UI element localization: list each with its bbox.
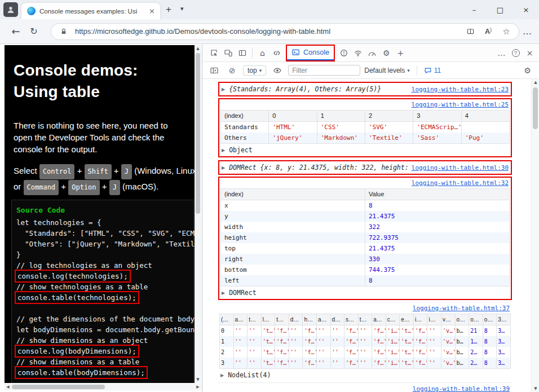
chat-bubble-icon (424, 67, 432, 74)
column-header[interactable]: o… (469, 314, 483, 325)
console-scrollbar[interactable]: ▲ ▼ (531, 79, 539, 392)
column-header[interactable]: o… (455, 314, 469, 325)
live-expression-eye-icon[interactable] (270, 63, 284, 78)
performance-icon[interactable] (365, 46, 379, 60)
messages-count-badge[interactable]: 11 (424, 67, 441, 74)
value-cell: '' (248, 358, 262, 369)
column-header[interactable]: 3 (413, 111, 461, 122)
column-header[interactable]: Value (365, 189, 510, 200)
log-levels-dropdown[interactable]: Default levels ▾ (364, 67, 410, 74)
scroll-up-icon[interactable]: ▲ (195, 45, 201, 52)
column-header[interactable]: v… (441, 314, 456, 325)
column-header[interactable]: a… (316, 314, 330, 325)
column-header[interactable]: l… (261, 314, 275, 325)
expand-caret-icon[interactable]: ▶ (222, 290, 225, 296)
column-header[interactable]: (index) (221, 189, 365, 200)
page-horizontal-scrollbar[interactable]: ◀ ▶ (5, 384, 201, 390)
clear-console-icon[interactable]: ⊘ (225, 63, 239, 78)
close-window-button[interactable]: × (513, 0, 539, 19)
column-header[interactable]: 1 (317, 111, 365, 122)
scroll-up-icon[interactable]: ▲ (532, 79, 539, 86)
url-text[interactable]: https://microsoftedge.github.io/Demos/de… (75, 27, 459, 36)
value-cell: 'f…' (344, 336, 359, 347)
sc rollbar-thumb[interactable] (196, 53, 200, 214)
column-header[interactable]: 3… (497, 314, 511, 325)
key-j: J (121, 164, 132, 179)
console-settings-gear-icon[interactable]: ⚙ (520, 63, 534, 78)
source-link[interactable]: logging-with-table.html:32 (412, 179, 509, 187)
tab-list-chevron-icon[interactable]: ▾ (180, 5, 184, 12)
maximize-button[interactable]: □ (487, 0, 513, 19)
elements-icon[interactable] (270, 46, 284, 60)
source-link[interactable]: logging-with-table.html:37 (413, 305, 510, 312)
column-header[interactable]: 4 (461, 111, 509, 122)
scroll-left-icon[interactable]: ◀ (5, 384, 11, 390)
devtools-menu-icon[interactable]: … (494, 46, 509, 60)
scrollbar-thumb[interactable] (12, 385, 105, 389)
refresh-button[interactable]: ↻ (25, 23, 43, 41)
browser-menu-icon[interactable]: … (523, 26, 532, 37)
column-header[interactable]: o… (483, 314, 497, 325)
split-screen-icon[interactable] (463, 25, 477, 38)
value-cell: 't…' (400, 347, 414, 358)
column-header[interactable]: a… (233, 314, 248, 325)
expand-caret-icon[interactable]: ▶ (220, 373, 224, 378)
column-header[interactable]: c… (386, 314, 400, 325)
browser-tab[interactable]: Console messages examples: Usi × (21, 3, 160, 19)
column-header[interactable]: (index) (221, 111, 269, 122)
tab-console[interactable]: Console (287, 46, 334, 60)
column-header[interactable]: i… (413, 314, 427, 325)
column-header[interactable]: t… (275, 314, 289, 325)
column-header[interactable]: h… (303, 314, 317, 325)
column-header[interactable]: i… (427, 314, 441, 325)
favorites-star-icon[interactable]: ☆ (500, 25, 513, 38)
value-cell: b… (455, 325, 469, 337)
source-link[interactable]: logging-with-table.html:30 (412, 164, 509, 171)
console-sidebar-icon[interactable] (207, 63, 221, 78)
issues-icon[interactable] (337, 46, 351, 60)
tab-close-icon[interactable]: × (148, 7, 156, 15)
column-header[interactable]: a… (372, 314, 386, 325)
column-header[interactable]: t… (248, 314, 262, 325)
address-bar[interactable]: https://microsoftedge.github.io/Demos/de… (51, 23, 519, 40)
help-icon[interactable]: ? (509, 46, 523, 60)
source-link[interactable]: logging-with-table.html:23 (412, 86, 509, 93)
back-button[interactable]: ← (7, 23, 25, 41)
expand-caret-icon[interactable]: ▶ (222, 148, 225, 153)
column-header[interactable]: t… (358, 314, 372, 325)
close-devtools-icon[interactable]: × (523, 46, 537, 60)
scrollbar-thumb[interactable] (533, 87, 538, 129)
profile-button[interactable] (0, 0, 21, 19)
key-shift: Shift (85, 164, 112, 179)
expand-caret-icon[interactable]: ▶ (222, 87, 225, 92)
source-link[interactable]: logging-with-table.html:25 (412, 101, 509, 108)
page-vertical-scrollbar[interactable]: ▲ ▼ (195, 45, 201, 383)
column-header[interactable]: (… (220, 314, 234, 325)
scroll-down-icon[interactable]: ▼ (532, 385, 539, 392)
more-tools-add-icon[interactable]: + (394, 46, 408, 60)
expand-caret-icon[interactable]: ▶ (222, 165, 225, 170)
inspect-icon[interactable] (207, 46, 221, 60)
column-header[interactable]: e… (400, 314, 414, 325)
filter-input[interactable] (288, 65, 360, 76)
context-label: top (248, 67, 257, 74)
column-header[interactable]: 2 (365, 111, 413, 122)
home-icon[interactable]: ⌂ (255, 46, 270, 60)
source-link[interactable]: logging-with-table.html:39 (413, 385, 510, 392)
scroll-down-icon[interactable]: ▼ (195, 376, 201, 383)
context-selector[interactable]: top ▾ (243, 65, 266, 76)
network-icon[interactable] (351, 46, 365, 60)
settings-gear-icon[interactable]: ⚙ (379, 46, 394, 60)
code-line: // get the dimensions of the document bo… (16, 314, 193, 324)
scroll-right-icon[interactable]: ▶ (195, 384, 201, 390)
minimize-button[interactable]: – (461, 0, 487, 19)
column-header[interactable]: d… (330, 314, 344, 325)
column-header[interactable]: s… (344, 314, 359, 325)
new-tab-button[interactable]: + (166, 4, 171, 15)
panel-layout-icon[interactable] (235, 46, 249, 60)
column-header[interactable]: d… (289, 314, 303, 325)
column-header[interactable]: 0 (269, 111, 317, 122)
device-emulation-icon[interactable] (221, 46, 235, 60)
read-aloud-icon[interactable]: A) (481, 25, 495, 38)
code-line (16, 303, 193, 314)
